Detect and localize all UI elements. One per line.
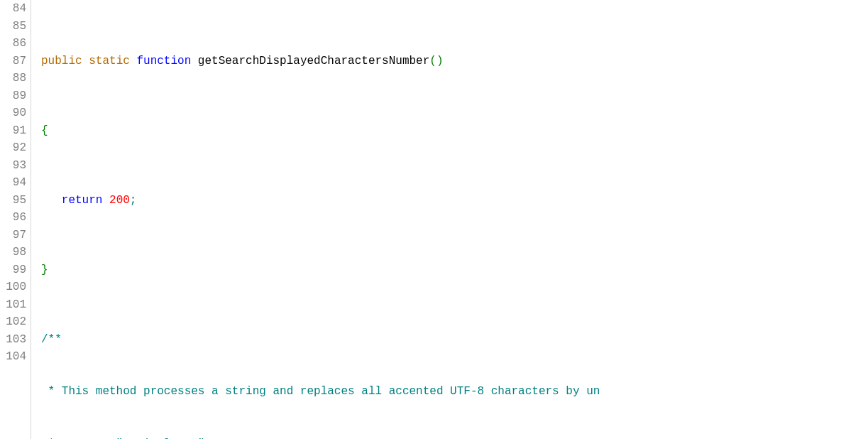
code-area[interactable]: public static function getSearchDisplaye…	[31, 0, 868, 439]
code-line[interactable]: /**	[31, 331, 868, 349]
line-number: 86	[0, 35, 26, 53]
line-number: 90	[0, 104, 26, 122]
line-number: 99	[0, 261, 26, 279]
line-number: 91	[0, 122, 26, 140]
code-line[interactable]: public static function getSearchDisplaye…	[31, 53, 868, 70]
code-line[interactable]: * This method processes a string and rep…	[31, 383, 868, 401]
line-number: 92	[0, 139, 26, 157]
line-number: 98	[0, 244, 26, 261]
semicolon: ;	[130, 194, 137, 207]
line-number: 87	[0, 53, 26, 70]
function-name: getSearchDisplayedCharactersNumber	[198, 55, 429, 67]
brace-close: }	[41, 264, 48, 276]
docblock: * This method processes a string and rep…	[41, 385, 600, 398]
keyword-return: return	[62, 194, 103, 207]
line-number: 102	[0, 313, 26, 331]
line-number: 93	[0, 157, 26, 175]
number-literal: 200	[109, 194, 130, 207]
line-number: 101	[0, 296, 26, 314]
code-line[interactable]: return 200;	[31, 192, 868, 210]
code-editor: 8485868788899091929394959697989910010110…	[0, 0, 868, 439]
code-line[interactable]: * ASCII-7 "equivalents"	[31, 435, 868, 440]
line-number: 85	[0, 18, 26, 36]
line-number-gutter: 8485868788899091929394959697989910010110…	[0, 0, 31, 439]
paren-open: (	[429, 55, 436, 67]
line-number: 100	[0, 278, 26, 296]
line-number: 103	[0, 331, 26, 349]
paren-close: )	[436, 55, 444, 67]
docblock: /**	[41, 333, 62, 346]
brace-open: {	[41, 124, 48, 137]
code-line[interactable]: }	[31, 261, 868, 279]
line-number: 97	[0, 227, 26, 244]
code-line[interactable]: {	[31, 122, 868, 140]
line-number: 95	[0, 192, 26, 210]
line-number: 96	[0, 209, 26, 227]
line-number: 104	[0, 348, 26, 366]
keyword-static: static	[89, 55, 130, 67]
line-number: 89	[0, 87, 26, 105]
keyword-function: function	[136, 55, 191, 67]
line-number: 88	[0, 70, 26, 87]
keyword-public: public	[41, 55, 82, 67]
line-number: 84	[0, 0, 26, 18]
line-number: 94	[0, 174, 26, 192]
